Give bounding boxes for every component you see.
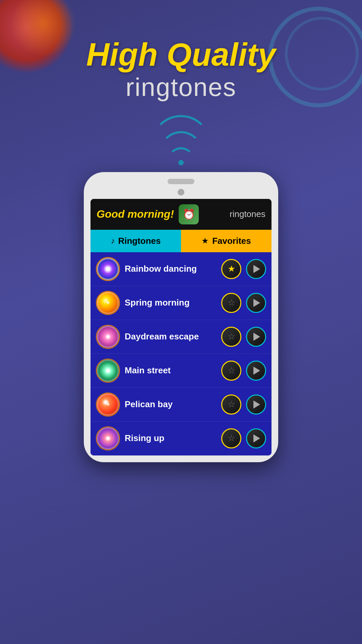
ringtone-name: Main street <box>125 365 217 376</box>
ringtone-thumb-daydream: ✦ <box>96 325 120 349</box>
ringtone-thumb-main: ✦ <box>96 359 120 383</box>
star-tab-icon: ★ <box>201 236 209 246</box>
tab-ringtones-label: Ringtones <box>118 236 161 246</box>
tab-favorites[interactable]: ★ Favorites <box>181 230 272 252</box>
favorite-button-5[interactable]: ☆ <box>221 394 241 415</box>
app-subtitle: ringtones <box>203 209 265 219</box>
phone-camera <box>178 189 184 196</box>
ringtone-name: Daydream escape <box>125 331 217 342</box>
favorite-button-1[interactable]: ★ <box>221 259 241 279</box>
ringtone-name: Rising up <box>125 433 217 443</box>
app-icon: ⏰ <box>179 204 199 224</box>
list-item: ✦ Rising up ☆ <box>90 422 272 455</box>
sound-wave-decoration <box>0 115 362 165</box>
header-section: High Quality ringtones <box>0 0 362 102</box>
list-item: ✦ Spring morning ☆ <box>90 286 272 320</box>
play-button-1[interactable] <box>246 259 266 279</box>
favorite-button-4[interactable]: ☆ <box>221 361 241 381</box>
ringtone-thumb-pelican: ✦ <box>96 392 120 417</box>
list-item: ✦ Main street ☆ <box>90 354 272 388</box>
ringtone-list: ✦ Rainbow dancing ★ ✦ Spr <box>90 252 272 455</box>
phone-container: Good morning! ⏰ ringtones ♪ Ringtones ★ … <box>0 172 362 462</box>
list-item: ✦ Pelican bay ☆ <box>90 388 272 422</box>
play-button-4[interactable] <box>246 361 266 381</box>
play-icon-5 <box>253 400 260 409</box>
play-button-2[interactable] <box>246 293 266 313</box>
play-icon-3 <box>253 333 260 341</box>
tabs-bar: ♪ Ringtones ★ Favorites <box>90 230 272 252</box>
headline-line1: High Quality <box>0 37 362 72</box>
ringtone-thumb-rainbow: ✦ <box>96 257 120 281</box>
headline-line2: ringtones <box>0 72 362 102</box>
tab-favorites-label: Favorites <box>212 236 251 246</box>
play-button-6[interactable] <box>246 428 266 448</box>
ringtone-name: Pelican bay <box>125 399 217 410</box>
favorite-button-2[interactable]: ☆ <box>221 293 241 313</box>
play-icon-1 <box>253 265 260 273</box>
music-note-icon: ♪ <box>111 236 115 246</box>
ringtone-name: Rainbow dancing <box>125 264 217 274</box>
play-icon-4 <box>253 367 260 375</box>
favorite-button-6[interactable]: ☆ <box>221 428 241 448</box>
play-button-3[interactable] <box>246 327 266 347</box>
list-item: ✦ Rainbow dancing ★ <box>90 252 272 286</box>
ringtone-name: Spring morning <box>125 298 217 308</box>
tab-ringtones[interactable]: ♪ Ringtones <box>90 230 181 252</box>
play-button-5[interactable] <box>246 394 266 415</box>
phone-speaker <box>168 179 194 184</box>
ringtone-thumb-spring: ✦ <box>96 291 120 315</box>
favorite-button-3[interactable]: ☆ <box>221 327 241 347</box>
list-item: ✦ Daydream escape ☆ <box>90 320 272 354</box>
phone-screen: Good morning! ⏰ ringtones ♪ Ringtones ★ … <box>90 199 272 455</box>
ringtone-thumb-rising: ✦ <box>96 426 120 450</box>
play-icon-2 <box>253 299 260 307</box>
phone-mockup: Good morning! ⏰ ringtones ♪ Ringtones ★ … <box>84 172 278 462</box>
app-title: Good morning! <box>97 208 174 220</box>
play-icon-6 <box>253 434 260 442</box>
app-header-bar: Good morning! ⏰ ringtones <box>90 199 272 230</box>
wave-dot <box>178 160 184 165</box>
